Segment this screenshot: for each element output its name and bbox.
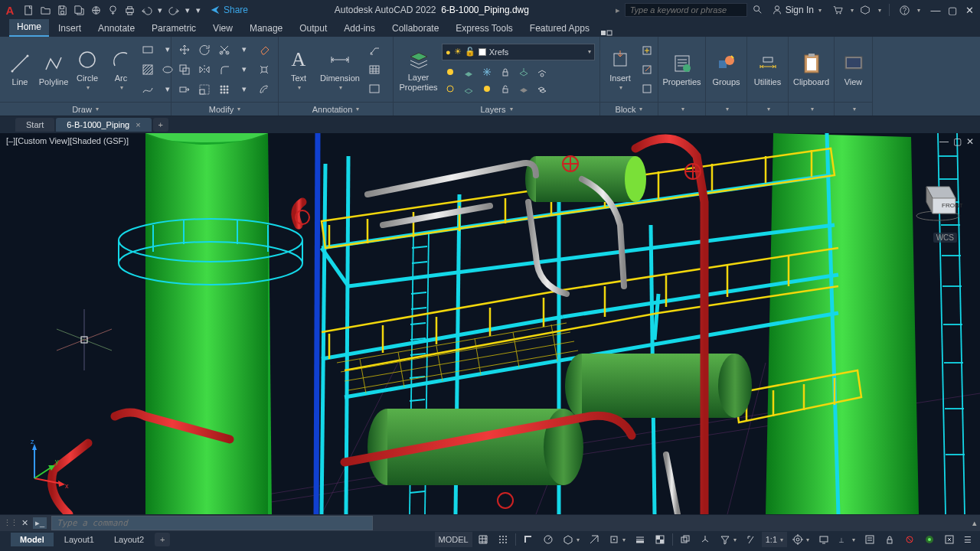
tab-insert[interactable]: Insert <box>51 21 89 37</box>
tab-output[interactable]: Output <box>292 21 335 37</box>
tab-featuredapps[interactable]: Featured Apps <box>522 21 597 37</box>
panel-title-groups[interactable]: ▾ <box>706 102 746 116</box>
array-dd-icon[interactable]: ▾ <box>236 81 253 98</box>
redo-dropdown-icon[interactable]: ▾ <box>184 3 191 17</box>
spline-icon[interactable] <box>139 81 156 98</box>
layer-prev-icon[interactable] <box>515 80 532 97</box>
layer-uniso-icon[interactable] <box>460 80 477 97</box>
quickprops-icon[interactable] <box>861 532 879 547</box>
save-web-icon[interactable] <box>106 3 119 17</box>
utilities-button[interactable]: Utilities <box>752 50 783 88</box>
clipboard-button[interactable]: Clipboard <box>793 50 829 88</box>
line-button[interactable]: Line <box>5 50 35 88</box>
lwt-icon[interactable] <box>631 532 649 547</box>
annoscale-icon[interactable] <box>742 532 760 547</box>
help-icon[interactable] <box>897 3 911 17</box>
tab-parametric[interactable]: Parametric <box>144 21 204 37</box>
plot-icon[interactable] <box>122 3 136 17</box>
saveas-icon[interactable] <box>72 3 86 17</box>
layer-thaw-icon[interactable] <box>479 80 495 97</box>
units-icon[interactable]: ⟂▾ <box>835 532 859 547</box>
panel-title-layers[interactable]: Layers▾ <box>394 102 599 116</box>
trim-icon[interactable] <box>216 41 233 58</box>
scale-icon[interactable] <box>196 81 213 98</box>
layout-tab-2[interactable]: Layout2 <box>105 533 153 546</box>
vp-max-icon[interactable]: ▢ <box>953 136 962 147</box>
search-caret-icon[interactable]: ▸ <box>616 5 620 15</box>
signin-button[interactable]: Sign In ▾ <box>772 5 822 15</box>
layer-properties-button[interactable]: Layer Properties <box>398 45 439 93</box>
stretch-icon[interactable] <box>176 81 193 98</box>
scale-value[interactable]: 1:1▾ <box>762 532 787 547</box>
viewport-label[interactable]: [–][Custom View][Shaded (GSF)] <box>6 136 129 145</box>
status-model[interactable]: MODEL <box>435 532 472 547</box>
polar-icon[interactable] <box>539 532 557 547</box>
ortho-icon[interactable] <box>519 532 537 547</box>
dimension-button[interactable]: Dimension▾ <box>317 46 363 93</box>
search-input[interactable] <box>625 3 747 17</box>
layer-off-icon[interactable] <box>442 64 459 80</box>
ribbon-appswitcher-icon[interactable] <box>599 29 616 37</box>
tab-expresstools[interactable]: Express Tools <box>448 21 520 37</box>
3dosnap-icon[interactable]: ▾ <box>605 532 629 547</box>
panel-title-draw[interactable]: Draw▾ <box>0 102 171 116</box>
gizmo-icon[interactable] <box>696 532 714 547</box>
insert-button[interactable]: Insert▾ <box>605 46 635 93</box>
leader-icon[interactable] <box>366 42 383 59</box>
tab-collaborate[interactable]: Collaborate <box>384 21 446 37</box>
view-button[interactable]: View <box>838 50 869 88</box>
grid-icon[interactable] <box>474 532 492 547</box>
cmdline-prompt-icon[interactable]: ▸_ <box>33 517 47 529</box>
file-tab-start[interactable]: Start <box>15 118 54 132</box>
tab-annotate[interactable]: Annotate <box>90 21 142 37</box>
new-icon[interactable] <box>21 3 35 17</box>
tab-addins[interactable]: Add-ins <box>336 21 383 37</box>
edit-block-icon[interactable] <box>639 61 655 78</box>
new-layout-button[interactable]: + <box>155 533 170 546</box>
minimize-button[interactable]: — <box>928 3 943 17</box>
move-icon[interactable] <box>176 41 193 58</box>
annotation-more-icon[interactable] <box>366 80 383 97</box>
offset-icon[interactable] <box>256 81 273 98</box>
open-icon[interactable] <box>38 3 52 17</box>
cmdline-expand-icon[interactable]: ▴ <box>972 518 977 528</box>
polyline-button[interactable]: Polyline <box>38 50 69 88</box>
layer-combo[interactable]: ● ☀ 🔓 Xrefs ▾ <box>442 44 595 60</box>
rectangle-icon[interactable] <box>139 41 156 58</box>
panel-title-clipboard[interactable]: ▾ <box>789 102 834 116</box>
text-button[interactable]: AText▾ <box>283 46 314 93</box>
layer-lock-icon[interactable] <box>497 64 514 80</box>
maximize-button[interactable]: ▢ <box>945 3 960 17</box>
workspace-icon[interactable]: ▾ <box>789 532 813 547</box>
transparency-icon[interactable] <box>651 532 669 547</box>
viewcube[interactable]: FRONT <box>911 171 965 225</box>
command-input[interactable] <box>51 516 373 530</box>
qat-dropdown-icon[interactable]: ▾ <box>194 3 202 17</box>
groups-button[interactable]: Groups <box>710 50 742 88</box>
mirror-icon[interactable] <box>196 61 213 78</box>
panel-title-properties[interactable]: ▾ <box>658 102 705 116</box>
array-icon[interactable] <box>216 81 233 98</box>
close-button[interactable]: ✕ <box>962 3 977 17</box>
snap-icon[interactable] <box>494 532 512 547</box>
undo-dropdown-icon[interactable]: ▾ <box>156 3 164 17</box>
layer-freeze-icon[interactable] <box>479 64 495 80</box>
erase-icon[interactable] <box>256 41 273 58</box>
tab-view[interactable]: View <box>205 21 240 37</box>
layout-tab-model[interactable]: Model <box>11 533 54 546</box>
hardware-accel-icon[interactable] <box>920 532 939 547</box>
trim-dd-icon[interactable]: ▾ <box>236 41 253 58</box>
lockui-icon[interactable] <box>880 532 899 547</box>
viewport[interactable]: [–][Custom View][Shaded (GSF)] — ▢ ✕ FRO… <box>0 133 980 514</box>
panel-title-view[interactable]: ▾ <box>835 102 872 116</box>
isolate-icon[interactable] <box>900 532 919 547</box>
search-icon[interactable] <box>752 4 763 16</box>
properties-button[interactable]: Properties <box>663 50 701 88</box>
cart-icon[interactable] <box>831 3 844 17</box>
cycling-icon[interactable] <box>676 532 694 547</box>
table-icon[interactable] <box>366 61 383 78</box>
hatch-icon[interactable] <box>139 61 156 78</box>
create-block-icon[interactable] <box>639 42 655 59</box>
isodraft-icon[interactable]: ▾ <box>559 532 583 547</box>
cmdline-handle-icon[interactable]: ⋮⋮ <box>3 518 17 528</box>
